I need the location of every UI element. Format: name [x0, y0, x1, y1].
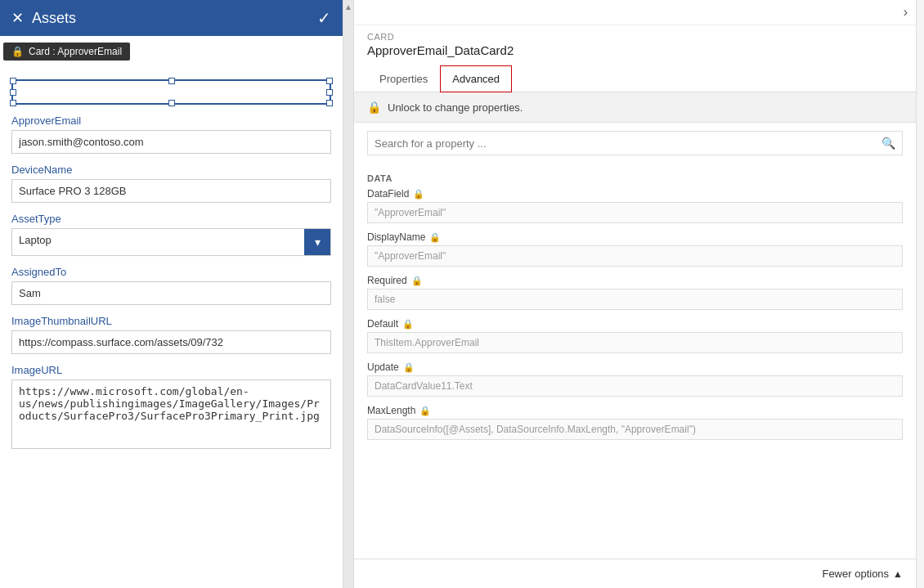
prop-lock-default: 🔒 [402, 319, 414, 330]
prop-label-default: Default 🔒 [367, 318, 903, 330]
prop-label-update: Update 🔒 [367, 361, 903, 373]
asset-type-value: Laptop [12, 229, 304, 255]
prop-lock-required: 🔒 [411, 276, 423, 286]
close-icon[interactable]: ✕ [11, 9, 24, 27]
card-section-label: CARD [354, 25, 916, 43]
resize-handle-bm[interactable] [168, 100, 175, 106]
prop-label-maxlength: MaxLength 🔒 [367, 405, 903, 416]
center-scroll: ▲ [343, 0, 353, 588]
assigned-to-label: AssignedTo [11, 266, 331, 278]
asset-type-group: AssetType Laptop ▾ [11, 213, 331, 256]
right-bottom-bar: Fewer options ▲ [354, 559, 916, 588]
right-tabs: Properties Advanced [354, 65, 916, 92]
prop-row-required: Required 🔒 false [367, 275, 903, 310]
tab-advanced[interactable]: Advanced [440, 65, 512, 92]
approver-email-label: ApproverEmail [11, 114, 331, 127]
resize-handle-tl[interactable] [10, 78, 16, 84]
prop-value-update: DataCardValue11.Text [367, 375, 903, 397]
prop-label-datafield: DataField 🔒 [367, 188, 903, 200]
image-thumbnail-group: ImageThumbnailURL https://compass.surfac… [11, 315, 331, 354]
data-section-label: DATA [367, 173, 903, 183]
scroll-up-arrow[interactable]: ▲ [344, 2, 352, 13]
tab-properties[interactable]: Properties [367, 65, 440, 92]
dropdown-chevron-button[interactable]: ▾ [304, 229, 330, 255]
left-header: ✕ Assets ✓ [0, 0, 343, 36]
properties-content: DATA DataField 🔒 "ApproverEmail" Display… [354, 164, 916, 559]
right-top-bar: › [354, 0, 916, 25]
prop-value-required: false [367, 289, 903, 310]
resize-handle-tm[interactable] [168, 78, 175, 84]
search-icon: 🔍 [875, 132, 902, 155]
panel-title: Assets [32, 10, 76, 27]
resize-handle-br[interactable] [326, 100, 333, 106]
asset-type-dropdown[interactable]: Laptop ▾ [11, 228, 331, 256]
right-scrollbar [916, 0, 924, 588]
prop-label-displayname: DisplayName 🔒 [367, 231, 903, 243]
lock-bar: 🔒 Unlock to change properties. [354, 92, 916, 123]
fewer-options-label: Fewer options [822, 568, 889, 580]
device-name-label: DeviceName [11, 164, 331, 176]
resize-handle-ml[interactable] [10, 89, 16, 96]
left-panel: ✕ Assets ✓ Asset ID 🔒 Card : ApproverEma… [0, 0, 343, 588]
lock-icon: 🔒 [367, 101, 381, 114]
tooltip-box: 🔒 Card : ApproverEmail [3, 43, 130, 61]
search-bar: 🔍 [367, 131, 903, 155]
assigned-to-input[interactable]: Sam [11, 281, 331, 305]
image-url-group: ImageURL https://www.microsoft.com/globa… [11, 364, 331, 451]
image-url-textarea[interactable]: https://www.microsoft.com/global/en-us/n… [11, 379, 331, 449]
panel-title-area: ✕ Assets [11, 9, 76, 27]
prop-value-default: ThisItem.ApproverEmail [367, 332, 903, 353]
prop-lock-update: 🔒 [403, 362, 415, 373]
property-search-input[interactable] [368, 132, 875, 155]
left-content: Asset ID 🔒 Card : ApproverEmail Approver… [0, 36, 343, 588]
prop-lock-displayname: 🔒 [429, 232, 441, 243]
prop-value-displayname: "ApproverEmail" [367, 245, 903, 267]
prop-row-datafield: DataField 🔒 "ApproverEmail" [367, 188, 903, 223]
confirm-icon[interactable]: ✓ [317, 8, 331, 28]
device-name-input[interactable]: Surface PRO 3 128GB [11, 179, 331, 203]
prop-row-maxlength: MaxLength 🔒 DataSourceInfo([@Assets], Da… [367, 405, 903, 440]
right-chevron-icon[interactable]: › [904, 5, 908, 20]
assigned-to-group: AssignedTo Sam [11, 266, 331, 305]
tooltip-lock-icon: 🔒 [11, 46, 24, 57]
resize-handle-bl[interactable] [10, 100, 16, 106]
fewer-options-button[interactable]: Fewer options ▲ [822, 568, 903, 580]
right-panel: › CARD ApproverEmail_DataCard2 Propertie… [353, 0, 916, 588]
prop-label-required: Required 🔒 [367, 275, 903, 286]
asset-type-label: AssetType [11, 213, 331, 225]
approver-email-group: ApproverEmail jason.smith@contoso.com [11, 114, 331, 154]
resize-handle-tr[interactable] [326, 78, 333, 84]
device-name-group: DeviceName Surface PRO 3 128GB [11, 164, 331, 203]
asset-id-selected-wrapper [11, 79, 331, 105]
prop-lock-maxlength: 🔒 [419, 406, 431, 416]
chevron-up-icon: ▲ [893, 568, 903, 580]
prop-row-update: Update 🔒 DataCardValue11.Text [367, 361, 903, 397]
image-url-label: ImageURL [11, 364, 331, 376]
tooltip-text: Card : ApproverEmail [29, 46, 122, 57]
asset-id-group: Asset ID 🔒 Card : ApproverEmail [11, 43, 331, 105]
resize-handle-mr[interactable] [326, 89, 333, 96]
image-thumbnail-input[interactable]: https://compass.surface.com/assets/09/73… [11, 330, 331, 354]
prop-row-default: Default 🔒 ThisItem.ApproverEmail [367, 318, 903, 353]
prop-value-maxlength: DataSourceInfo([@Assets], DataSourceInfo… [367, 419, 903, 440]
card-name: ApproverEmail_DataCard2 [354, 43, 916, 65]
prop-value-datafield: "ApproverEmail" [367, 202, 903, 223]
lock-message: Unlock to change properties. [388, 101, 523, 114]
image-thumbnail-label: ImageThumbnailURL [11, 315, 331, 327]
prop-row-displayname: DisplayName 🔒 "ApproverEmail" [367, 231, 903, 267]
approver-email-input[interactable]: jason.smith@contoso.com [11, 130, 331, 154]
prop-lock-datafield: 🔒 [413, 189, 424, 200]
